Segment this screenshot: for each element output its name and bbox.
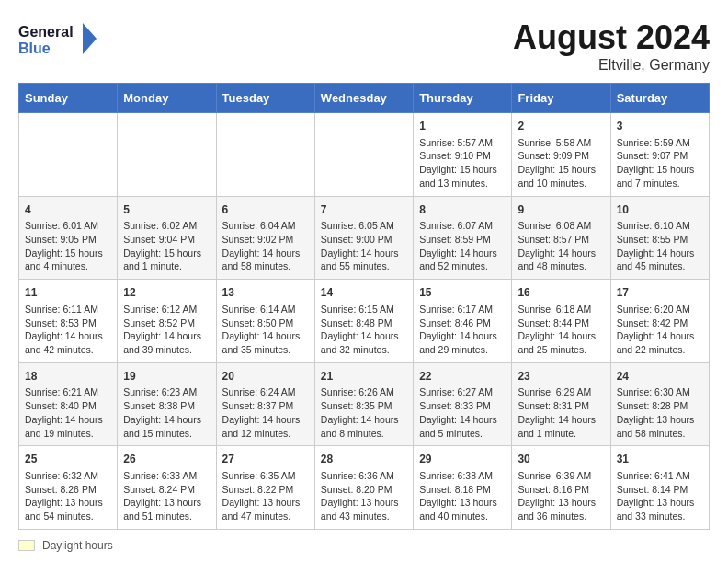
day-number: 31 xyxy=(617,452,703,467)
day-number: 25 xyxy=(25,452,111,467)
day-number: 12 xyxy=(123,285,210,301)
table-row: 27Sunrise: 6:35 AM Sunset: 8:22 PM Dayli… xyxy=(216,446,314,530)
day-number: 1 xyxy=(419,119,506,134)
day-number: 4 xyxy=(25,202,111,218)
day-number: 28 xyxy=(321,452,407,467)
table-row xyxy=(314,113,413,197)
day-number: 6 xyxy=(222,202,309,218)
table-row: 21Sunrise: 6:26 AM Sunset: 8:35 PM Dayli… xyxy=(314,362,413,446)
day-info: Sunrise: 6:32 AM Sunset: 8:26 PM Dayligh… xyxy=(25,469,111,523)
day-info: Sunrise: 6:10 AM Sunset: 8:55 PM Dayligh… xyxy=(617,219,703,273)
day-info: Sunrise: 6:04 AM Sunset: 9:02 PM Dayligh… xyxy=(222,219,309,273)
day-info: Sunrise: 5:58 AM Sunset: 9:09 PM Dayligh… xyxy=(518,136,604,190)
table-row: 30Sunrise: 6:39 AM Sunset: 8:16 PM Dayli… xyxy=(512,446,610,530)
day-info: Sunrise: 6:18 AM Sunset: 8:44 PM Dayligh… xyxy=(518,303,604,357)
table-row: 15Sunrise: 6:17 AM Sunset: 8:46 PM Dayli… xyxy=(414,280,512,363)
table-row: 29Sunrise: 6:38 AM Sunset: 8:18 PM Dayli… xyxy=(414,446,512,530)
day-number: 13 xyxy=(222,285,309,301)
table-row: 7Sunrise: 6:05 AM Sunset: 9:00 PM Daylig… xyxy=(314,196,413,280)
table-row: 24Sunrise: 6:30 AM Sunset: 8:28 PM Dayli… xyxy=(610,362,709,446)
table-row: 3Sunrise: 5:59 AM Sunset: 9:07 PM Daylig… xyxy=(610,113,709,197)
legend: Daylight hours xyxy=(18,539,710,552)
logo-svg: GeneralBlue xyxy=(18,18,101,60)
table-row: 5Sunrise: 6:02 AM Sunset: 9:04 PM Daylig… xyxy=(118,196,216,280)
table-row: 1Sunrise: 5:57 AM Sunset: 9:10 PM Daylig… xyxy=(414,113,512,197)
day-number: 21 xyxy=(321,369,407,385)
month-title: August 2024 xyxy=(513,18,710,57)
calendar: Sunday Monday Tuesday Wednesday Thursday… xyxy=(18,83,710,530)
table-row: 20Sunrise: 6:24 AM Sunset: 8:37 PM Dayli… xyxy=(216,362,314,446)
table-row: 28Sunrise: 6:36 AM Sunset: 8:20 PM Dayli… xyxy=(314,446,413,530)
col-saturday: Saturday xyxy=(610,84,709,113)
table-row: 18Sunrise: 6:21 AM Sunset: 8:40 PM Dayli… xyxy=(19,362,118,446)
day-info: Sunrise: 6:15 AM Sunset: 8:48 PM Dayligh… xyxy=(321,303,407,357)
day-number: 3 xyxy=(617,119,703,134)
day-info: Sunrise: 6:27 AM Sunset: 8:33 PM Dayligh… xyxy=(419,385,506,440)
table-row: 22Sunrise: 6:27 AM Sunset: 8:33 PM Dayli… xyxy=(414,362,512,446)
day-info: Sunrise: 6:08 AM Sunset: 8:57 PM Dayligh… xyxy=(518,219,604,273)
location: Eltville, Germany xyxy=(513,57,710,74)
day-number: 23 xyxy=(518,369,604,385)
day-info: Sunrise: 6:20 AM Sunset: 8:42 PM Dayligh… xyxy=(617,303,703,357)
day-info: Sunrise: 6:24 AM Sunset: 8:37 PM Dayligh… xyxy=(222,385,309,440)
day-info: Sunrise: 6:36 AM Sunset: 8:20 PM Dayligh… xyxy=(321,469,407,523)
day-info: Sunrise: 6:11 AM Sunset: 8:53 PM Dayligh… xyxy=(25,303,111,357)
table-row: 11Sunrise: 6:11 AM Sunset: 8:53 PM Dayli… xyxy=(19,280,118,363)
day-number: 16 xyxy=(518,285,604,301)
svg-text:Blue: Blue xyxy=(18,40,51,56)
calendar-week-row: 25Sunrise: 6:32 AM Sunset: 8:26 PM Dayli… xyxy=(19,446,710,530)
day-number: 9 xyxy=(518,202,604,218)
day-info: Sunrise: 6:35 AM Sunset: 8:22 PM Dayligh… xyxy=(222,469,309,523)
table-row: 23Sunrise: 6:29 AM Sunset: 8:31 PM Dayli… xyxy=(512,362,610,446)
day-info: Sunrise: 6:41 AM Sunset: 8:14 PM Dayligh… xyxy=(617,469,703,523)
table-row xyxy=(216,113,314,197)
day-number: 18 xyxy=(25,369,111,385)
day-number: 20 xyxy=(222,369,309,385)
table-row: 10Sunrise: 6:10 AM Sunset: 8:55 PM Dayli… xyxy=(610,196,709,280)
day-number: 29 xyxy=(419,452,506,467)
col-friday: Friday xyxy=(512,84,610,113)
day-info: Sunrise: 6:12 AM Sunset: 8:52 PM Dayligh… xyxy=(123,303,210,357)
day-info: Sunrise: 6:33 AM Sunset: 8:24 PM Dayligh… xyxy=(123,469,210,523)
day-number: 2 xyxy=(518,119,604,134)
page-header: GeneralBlue August 2024 Eltville, German… xyxy=(18,18,710,74)
day-number: 10 xyxy=(617,202,703,218)
table-row: 9Sunrise: 6:08 AM Sunset: 8:57 PM Daylig… xyxy=(512,196,610,280)
table-row xyxy=(118,113,216,197)
table-row: 14Sunrise: 6:15 AM Sunset: 8:48 PM Dayli… xyxy=(314,280,413,363)
table-row: 26Sunrise: 6:33 AM Sunset: 8:24 PM Dayli… xyxy=(118,446,216,530)
day-info: Sunrise: 6:23 AM Sunset: 8:38 PM Dayligh… xyxy=(123,385,210,440)
day-info: Sunrise: 6:05 AM Sunset: 9:00 PM Dayligh… xyxy=(321,219,407,273)
table-row: 25Sunrise: 6:32 AM Sunset: 8:26 PM Dayli… xyxy=(19,446,118,530)
svg-marker-2 xyxy=(83,23,97,54)
table-row xyxy=(19,113,118,197)
day-info: Sunrise: 6:17 AM Sunset: 8:46 PM Dayligh… xyxy=(419,303,506,357)
day-info: Sunrise: 5:59 AM Sunset: 9:07 PM Dayligh… xyxy=(617,136,703,190)
calendar-week-row: 1Sunrise: 5:57 AM Sunset: 9:10 PM Daylig… xyxy=(19,113,710,197)
day-number: 5 xyxy=(123,202,210,218)
day-number: 8 xyxy=(419,202,506,218)
table-row: 12Sunrise: 6:12 AM Sunset: 8:52 PM Dayli… xyxy=(118,280,216,363)
day-number: 19 xyxy=(123,369,210,385)
col-tuesday: Tuesday xyxy=(216,84,314,113)
day-info: Sunrise: 6:01 AM Sunset: 9:05 PM Dayligh… xyxy=(25,219,111,273)
title-block: August 2024 Eltville, Germany xyxy=(513,18,710,74)
logo: GeneralBlue xyxy=(18,18,101,60)
day-number: 17 xyxy=(617,285,703,301)
day-number: 15 xyxy=(419,285,506,301)
table-row: 17Sunrise: 6:20 AM Sunset: 8:42 PM Dayli… xyxy=(610,280,709,363)
legend-box xyxy=(18,540,35,551)
table-row: 13Sunrise: 6:14 AM Sunset: 8:50 PM Dayli… xyxy=(216,280,314,363)
legend-label: Daylight hours xyxy=(42,539,113,552)
table-row: 19Sunrise: 6:23 AM Sunset: 8:38 PM Dayli… xyxy=(118,362,216,446)
table-row: 4Sunrise: 6:01 AM Sunset: 9:05 PM Daylig… xyxy=(19,196,118,280)
day-info: Sunrise: 5:57 AM Sunset: 9:10 PM Dayligh… xyxy=(419,136,506,190)
day-number: 24 xyxy=(617,369,703,385)
svg-text:General: General xyxy=(18,24,74,40)
day-number: 22 xyxy=(419,369,506,385)
day-info: Sunrise: 6:26 AM Sunset: 8:35 PM Dayligh… xyxy=(321,385,407,440)
day-number: 27 xyxy=(222,452,309,467)
day-info: Sunrise: 6:02 AM Sunset: 9:04 PM Dayligh… xyxy=(123,219,210,273)
day-number: 14 xyxy=(321,285,407,301)
table-row: 16Sunrise: 6:18 AM Sunset: 8:44 PM Dayli… xyxy=(512,280,610,363)
